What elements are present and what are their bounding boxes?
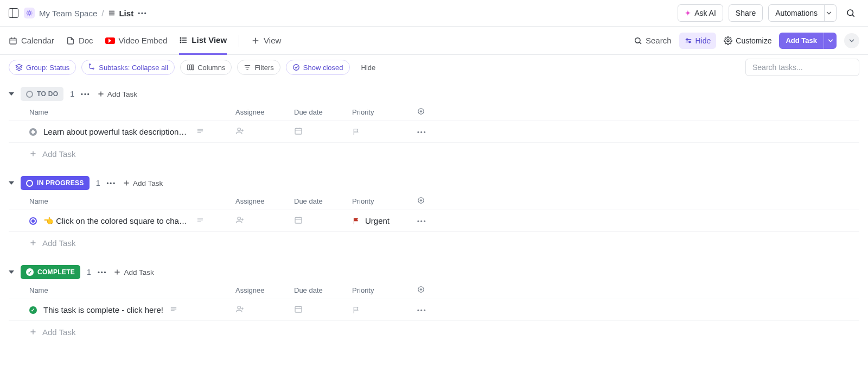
top-bar: My Team Space / List ••• Ask AI Share Au… (0, 0, 868, 27)
collapse-panel-icon[interactable] (844, 33, 859, 48)
col-name[interactable]: Name (29, 108, 235, 116)
task-row[interactable]: ✓ This task is complete - click here! ••… (9, 299, 859, 321)
view-tabs-left: Calendar Doc Video Embed List View View (9, 27, 281, 55)
add-task-row[interactable]: Add Task (9, 232, 859, 254)
task-row[interactable]: Learn about powerful task descriptions .… (9, 121, 859, 143)
automations-button[interactable]: Automations (768, 4, 825, 22)
search-tasks-input[interactable] (745, 59, 859, 76)
col-name[interactable]: Name (29, 286, 235, 294)
add-task-row[interactable]: Add Task (9, 143, 859, 165)
task-row[interactable]: 👈 Click on the colored square to chan...… (9, 210, 859, 232)
add-task-row[interactable]: Add Task (9, 321, 859, 343)
assignee-cell[interactable] (235, 216, 294, 226)
breadcrumb-current[interactable]: List (108, 9, 133, 18)
hide-button[interactable]: Hide (679, 33, 717, 49)
group-count: 1 (96, 179, 100, 187)
svg-rect-63 (295, 217, 302, 223)
chip-group[interactable]: Group: Status (9, 60, 76, 75)
automations-dropdown[interactable] (821, 4, 837, 22)
group-more-icon[interactable]: ••• (106, 180, 116, 186)
tab-list-view[interactable]: List View (179, 27, 227, 55)
col-due[interactable]: Due date (294, 197, 352, 205)
col-priority[interactable]: Priority (352, 286, 417, 294)
group-more-icon[interactable]: ••• (98, 269, 107, 275)
status-circle-icon[interactable] (29, 128, 37, 136)
status-pill-complete[interactable]: ✓ COMPLETE (21, 265, 80, 279)
tab-video-embed[interactable]: Video Embed (105, 27, 168, 55)
priority-cell[interactable] (352, 128, 417, 136)
customize-button[interactable]: Customize (724, 36, 771, 45)
priority-cell[interactable]: Urgent (352, 216, 417, 225)
breadcrumb-separator: / (101, 9, 104, 18)
svg-point-18 (635, 37, 640, 42)
row-more-icon[interactable]: ••• (417, 307, 439, 313)
top-bar-left: My Team Space / List ••• (9, 8, 148, 18)
description-icon (196, 216, 204, 225)
svg-point-22 (686, 39, 688, 40)
global-search-icon[interactable] (842, 4, 859, 22)
group-more-icon[interactable]: ••• (81, 91, 91, 97)
col-assignee[interactable]: Assignee (235, 197, 294, 205)
add-column-icon[interactable] (417, 108, 439, 117)
group-actions: ••• Add Task (81, 90, 137, 98)
status-check-icon[interactable]: ✓ (29, 306, 37, 314)
chip-filters[interactable]: Filters (237, 60, 280, 75)
col-name[interactable]: Name (29, 197, 235, 205)
col-priority[interactable]: Priority (352, 197, 417, 205)
add-task-button[interactable]: Add Task (779, 33, 837, 49)
chevron-down-icon[interactable] (9, 181, 14, 185)
sidebar-toggle-icon[interactable] (9, 8, 18, 18)
chip-columns[interactable]: Columns (180, 60, 232, 75)
breadcrumb-space[interactable]: My Team Space (39, 9, 97, 18)
svg-point-34 (293, 65, 299, 71)
row-more-icon[interactable]: ••• (417, 218, 439, 224)
breadcrumb-more-icon[interactable]: ••• (138, 10, 148, 16)
chip-hide[interactable]: Hide (355, 60, 382, 75)
group-actions: ••• Add Task (106, 179, 163, 187)
add-view-button[interactable]: View (251, 27, 281, 55)
task-name-cell: ✓ This task is complete - click here! (29, 305, 235, 314)
add-column-icon[interactable] (417, 286, 439, 295)
svg-point-60 (238, 217, 240, 220)
chip-subtasks[interactable]: Subtasks: Collapse all (81, 60, 175, 75)
col-assignee[interactable]: Assignee (235, 286, 294, 294)
tab-doc[interactable]: Doc (66, 27, 93, 55)
share-button[interactable]: Share (729, 4, 763, 22)
svg-rect-28 (188, 65, 189, 70)
status-circle-icon[interactable] (29, 217, 37, 225)
group-count: 1 (70, 90, 74, 98)
svg-point-0 (28, 12, 31, 15)
tab-calendar[interactable]: Calendar (9, 27, 54, 55)
assignee-cell[interactable] (235, 305, 294, 315)
chip-show-closed[interactable]: Show closed (286, 60, 350, 75)
due-date-cell[interactable] (294, 305, 352, 315)
group-add-task[interactable]: Add Task (97, 90, 137, 98)
add-task-dropdown[interactable] (824, 33, 837, 49)
status-pill-todo[interactable]: TO DO (21, 87, 63, 101)
ask-ai-button[interactable]: Ask AI (678, 4, 723, 22)
group-add-task[interactable]: Add Task (123, 179, 163, 187)
priority-cell[interactable] (352, 306, 417, 314)
svg-line-19 (640, 42, 641, 44)
col-due[interactable]: Due date (294, 286, 352, 294)
col-due[interactable]: Due date (294, 108, 352, 116)
status-pill-inprogress[interactable]: IN PROGRESS (21, 176, 90, 190)
due-date-cell[interactable] (294, 216, 352, 226)
chevron-down-icon[interactable] (9, 92, 14, 96)
col-assignee[interactable]: Assignee (235, 108, 294, 116)
view-tab-separator (239, 35, 239, 47)
column-header: Name Assignee Due date Priority (9, 282, 859, 299)
filters-left: Group: Status Subtasks: Collapse all Col… (9, 60, 381, 75)
row-more-icon[interactable]: ••• (417, 129, 439, 135)
svg-point-4 (847, 10, 853, 16)
group-add-task[interactable]: Add Task (113, 268, 154, 276)
add-column-icon[interactable] (417, 197, 439, 206)
view-search-button[interactable]: Search (634, 27, 672, 55)
due-date-cell[interactable] (294, 127, 352, 137)
group-header: TO DO 1 ••• Add Task (9, 84, 859, 104)
col-priority[interactable]: Priority (352, 108, 417, 116)
chevron-down-icon[interactable] (9, 270, 14, 274)
youtube-icon (105, 37, 115, 44)
assignee-cell[interactable] (235, 127, 294, 137)
space-icon (24, 8, 35, 18)
